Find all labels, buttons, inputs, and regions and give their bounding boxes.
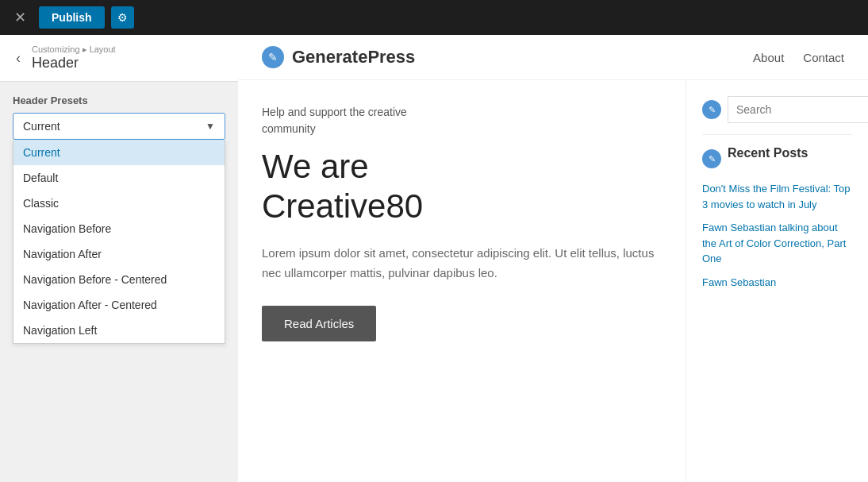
hero-body: Lorem ipsum dolor sit amet, consectetur …: [262, 243, 662, 283]
sidebar-preview: ✎ 🔍 ✎ Recent Posts Don't Miss the Film F…: [686, 80, 868, 482]
main-layout: ‹ Customizing ▸ Layout Header Header Pre…: [0, 35, 868, 482]
dropdown-item-nav-after-centered[interactable]: Navigation After - Centered: [13, 292, 225, 318]
recent-post-2[interactable]: Fawn Sebastian talking about the Art of …: [702, 220, 852, 267]
nav-about[interactable]: About: [753, 51, 784, 64]
search-widget-edit-icon[interactable]: ✎: [702, 100, 721, 119]
nav-contact[interactable]: Contact: [803, 51, 844, 64]
back-button[interactable]: ‹: [13, 50, 24, 67]
recent-post-1[interactable]: Don't Miss the Film Festival: Top 3 movi…: [702, 181, 852, 212]
tagline: Help and support the creativecommunity: [262, 104, 662, 137]
search-input[interactable]: [728, 97, 868, 122]
recent-posts-title: Recent Posts: [728, 146, 808, 160]
site-header-preview: ✎ GeneratePress About Contact: [238, 35, 868, 80]
breadcrumb-area: Customizing ▸ Layout Header: [32, 44, 116, 71]
recent-posts-widget-row: ✎ Recent Posts: [702, 146, 852, 172]
panel-header: ‹ Customizing ▸ Layout Header: [0, 35, 238, 82]
presets-dropdown-menu: CurrentDefaultClassicNavigation BeforeNa…: [13, 140, 225, 344]
close-button[interactable]: ✕: [8, 6, 33, 29]
dropdown-item-default[interactable]: Default: [13, 165, 225, 191]
site-nav: About Contact: [753, 51, 844, 64]
site-logo-area: ✎ GeneratePress: [262, 46, 415, 68]
site-name: GeneratePress: [292, 47, 415, 67]
settings-button[interactable]: ⚙: [111, 6, 134, 29]
dropdown-item-classic[interactable]: Classic: [13, 191, 225, 216]
recent-post-3[interactable]: Fawn Sebastian: [702, 275, 852, 291]
presets-dropdown-selected[interactable]: Current ▼: [13, 113, 225, 140]
hero-title-line1: We are: [262, 148, 369, 185]
read-articles-button[interactable]: Read Articles: [262, 306, 376, 341]
presets-label: Header Presets: [13, 94, 225, 106]
dropdown-item-current[interactable]: Current: [13, 140, 225, 165]
widget-divider: [702, 134, 852, 135]
selected-option-label: Current: [23, 120, 60, 133]
left-panel: ‹ Customizing ▸ Layout Header Header Pre…: [0, 35, 238, 482]
recent-posts-edit-icon[interactable]: ✎: [702, 149, 721, 168]
dropdown-item-nav-after[interactable]: Navigation After: [13, 241, 225, 267]
hero-title-line2: Creative80: [262, 187, 423, 225]
dropdown-item-nav-before-centered[interactable]: Navigation Before - Centered: [13, 267, 225, 292]
breadcrumb: Customizing ▸ Layout: [32, 44, 116, 55]
logo-edit-icon[interactable]: ✎: [262, 46, 284, 68]
dropdown-item-nav-left[interactable]: Navigation Left: [13, 318, 225, 343]
panel-content: Header Presets Current ▼ CurrentDefaultC…: [0, 82, 238, 152]
publish-button[interactable]: Publish: [39, 6, 105, 29]
main-content: Help and support the creativecommunity W…: [238, 80, 686, 482]
search-widget-row: ✎ 🔍: [702, 96, 852, 123]
top-bar: ✕ Publish ⚙: [0, 0, 868, 35]
preview-area: ✎ GeneratePress About Contact Help and s…: [238, 35, 868, 482]
search-box: 🔍: [728, 96, 868, 123]
chevron-down-icon: ▼: [205, 121, 215, 132]
dropdown-item-nav-before[interactable]: Navigation Before: [13, 216, 225, 241]
panel-title: Header: [32, 55, 116, 71]
presets-dropdown-wrapper: Current ▼ CurrentDefaultClassicNavigatio…: [13, 113, 225, 140]
hero-title: We are Creative80: [262, 147, 662, 227]
content-preview: Help and support the creativecommunity W…: [238, 80, 868, 482]
